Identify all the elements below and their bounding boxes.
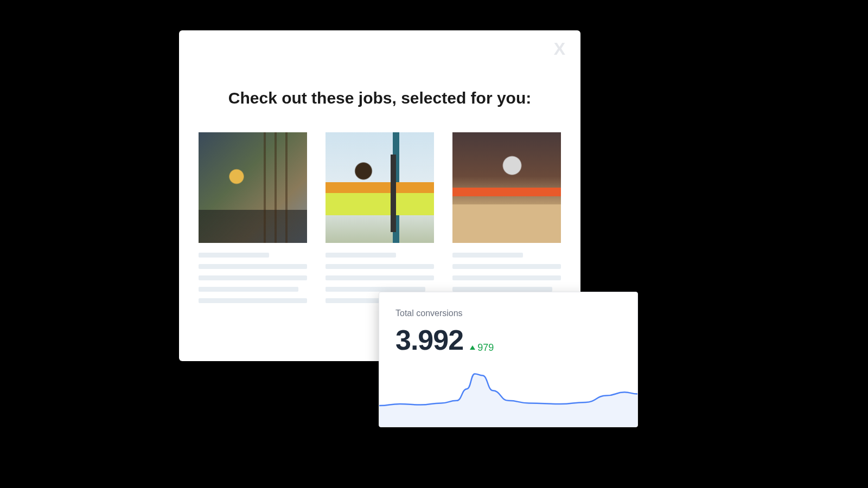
metric-label: Total conversions (395, 309, 463, 318)
metric-value-row: 3.992 979 (395, 324, 494, 356)
skeleton-line (199, 298, 307, 303)
modal-title: Check out these jobs, selected for you: (195, 89, 564, 107)
trend-up-icon (470, 345, 475, 350)
skeleton-line (452, 264, 561, 269)
skeleton-line (199, 264, 307, 269)
skeleton-line (326, 253, 396, 258)
job-card-image (199, 132, 307, 243)
skeleton-line (452, 287, 552, 292)
job-card-image (326, 132, 434, 243)
close-icon[interactable]: X (554, 40, 565, 57)
skeleton-line (326, 275, 434, 280)
metric-value: 3.992 (395, 324, 463, 356)
conversions-metric-card: Total conversions 3.992 979 (379, 292, 638, 427)
skeleton-line (326, 264, 434, 269)
skeleton-line (199, 253, 269, 258)
job-card-image (452, 132, 561, 243)
job-card[interactable] (326, 132, 434, 303)
job-card[interactable] (199, 132, 307, 303)
metric-delta: 979 (470, 342, 494, 354)
skeleton-line (199, 275, 307, 280)
skeleton-line (199, 287, 298, 292)
skeleton-line (452, 253, 523, 258)
skeleton-line (326, 287, 425, 292)
skeleton-line (452, 275, 561, 280)
metric-delta-value: 979 (477, 342, 494, 354)
job-cards-row (195, 132, 564, 303)
conversions-sparkline (379, 362, 637, 427)
job-card[interactable] (452, 132, 561, 303)
job-card-placeholder-text (199, 253, 307, 303)
